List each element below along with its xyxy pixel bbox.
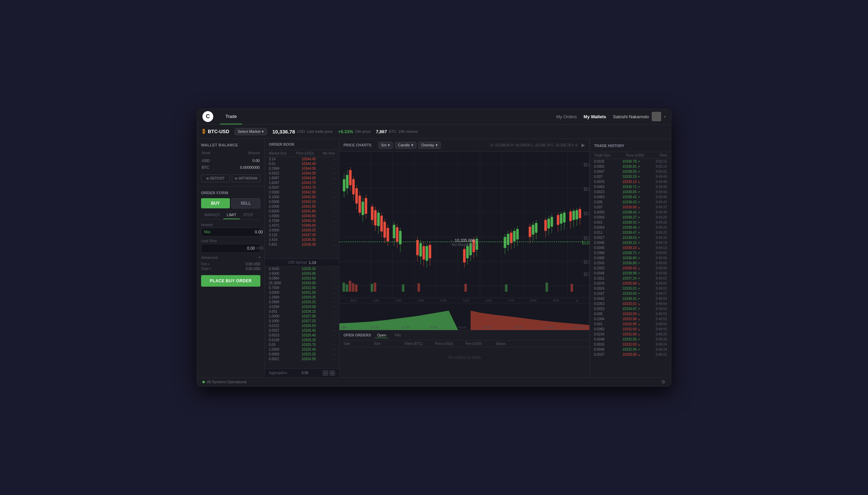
aggregation-buttons: − + (323, 370, 335, 376)
ask-row[interactable]: 2.41410336.55- (265, 238, 339, 242)
trade-row: 0.002710330.00 ↘9:48:22 (590, 352, 671, 357)
bid-row[interactable]: 25.300010333.00- (265, 281, 339, 286)
trade-time: 9:48:50 (652, 322, 667, 326)
nav-tab-trade[interactable]: Trade (220, 109, 242, 124)
trade-price: 10333.60 ↗ (619, 292, 644, 295)
settings-icon[interactable]: ⚙ (661, 379, 666, 385)
chart-forward-icon[interactable]: ▶ (582, 142, 585, 148)
bid-row[interactable]: 3.000010331.00- (265, 290, 339, 295)
trade-row: 0.005410338.46 ↗9:49:20 (590, 225, 671, 230)
bid-row[interactable]: 0.022210326.50- (265, 324, 339, 328)
price-info: 10,336.78 USD Last trade price (272, 129, 333, 135)
bid-row[interactable]: 1.000010325.45- (265, 347, 339, 352)
trade-size: 0.005 (594, 200, 611, 204)
bid-row[interactable]: 1.000010327.95- (265, 314, 339, 319)
fills-tab[interactable]: Fills (392, 332, 403, 338)
trade-time: 9:48:28 (652, 332, 667, 336)
ask-size: 0.1000 (269, 195, 289, 199)
trade-price: 10335.01 ↗ (619, 287, 644, 290)
nav-my-orders[interactable]: My Orders (556, 114, 577, 119)
overlay-select[interactable]: Overlay ▾ (418, 142, 441, 149)
ask-row[interactable]: 0.068810342.15- (265, 200, 339, 204)
total-label: Total ≈ (201, 267, 211, 271)
ask-row[interactable]: 0.299910344.35- (265, 166, 339, 171)
bid-row[interactable]: 3.026810329.00- (265, 305, 339, 309)
svg-rect-109 (352, 283, 354, 291)
bid-row[interactable]: 0.098410333.50- (265, 276, 339, 281)
trade-time: 9:50:02 (652, 170, 667, 173)
ask-my-size: - (328, 228, 335, 232)
ask-size: 0.01 (269, 162, 289, 166)
nav-my-wallets[interactable]: My Wallets (584, 114, 606, 119)
agg-minus-button[interactable]: − (323, 370, 328, 376)
open-orders-header: Open Orders Open Fills (339, 330, 590, 341)
ask-row[interactable]: 1.000010340.65- (265, 214, 339, 219)
ask-row[interactable]: 2.000010342.90- (265, 190, 339, 195)
trade-time: 9:48:22 (652, 353, 667, 356)
advanced-row[interactable]: Advanced ▾ (201, 255, 261, 259)
ask-row[interactable]: 0.100010342.65- (265, 195, 339, 200)
avatar (652, 112, 661, 121)
limit-price-input[interactable] (204, 246, 255, 251)
ask-row[interactable]: 2.000010341.95- (265, 204, 339, 209)
bid-row[interactable]: 0.002310326.40- (265, 333, 339, 338)
ask-row[interactable]: 0.004710343.75- (265, 185, 339, 190)
amount-input[interactable] (212, 230, 263, 235)
timeframe-select[interactable]: 5m ▾ (379, 142, 393, 149)
stop-tab[interactable]: STOP (240, 211, 257, 219)
bid-row[interactable]: 0.003710326.45- (265, 328, 339, 333)
ask-row[interactable]: 5.60110336.30- (265, 242, 339, 247)
ask-row[interactable]: 0.600010341.80- (265, 209, 339, 214)
ask-row[interactable]: 0.759910340.35- (265, 219, 339, 223)
ask-row[interactable]: 0.13210337.35- (265, 233, 339, 238)
ask-size: 1.4371 (269, 224, 289, 227)
bid-my-size: - (328, 338, 335, 342)
bid-row[interactable]: 2.500010334.95- (265, 271, 339, 276)
chart-type-select[interactable]: Candle ▾ (395, 142, 416, 149)
max-button[interactable]: Max (204, 230, 211, 234)
bid-row[interactable]: 0.759910332.90- (265, 286, 339, 290)
bid-size: 1.0000 (269, 347, 289, 351)
wallet-balance-section: Wallet Balance Asset Amount USD0.00BTC0.… (197, 139, 265, 187)
market-tab[interactable]: MARKET (201, 211, 223, 219)
bid-row[interactable]: 0.100010327.25- (265, 319, 339, 324)
bid-row[interactable]: 0.099910329.25- (265, 300, 339, 305)
ask-row[interactable]: 3.000010339.25- (265, 228, 339, 233)
bid-row[interactable]: 6.000010325.25- (265, 352, 339, 357)
bid-row[interactable]: 0.404510335.05- (265, 267, 339, 271)
bid-row[interactable]: 1.290410329.35- (265, 295, 339, 300)
agg-plus-button[interactable]: + (330, 370, 335, 376)
ask-row[interactable]: 1.437110340.00- (265, 223, 339, 228)
ask-row[interactable]: 1.004710343.75- (265, 181, 339, 185)
asset-amount: 0.00 (220, 157, 260, 164)
user-area[interactable]: Satoshi Nakamoto ▾ (613, 112, 666, 121)
ask-price: 10340.65 (299, 214, 319, 218)
ask-row[interactable]: 0.0110344.40- (265, 161, 339, 166)
bid-row[interactable]: 0.0510325.75- (265, 343, 339, 347)
ask-price: 10336.55 (299, 238, 319, 242)
sell-button[interactable]: SELL (231, 198, 261, 208)
bid-my-size: - (328, 324, 335, 328)
bid-row[interactable]: 0.00110328.15- (265, 309, 339, 314)
oo-col-label: Size (374, 342, 398, 346)
user-name: Satoshi Nakamoto (613, 114, 649, 119)
svg-rect-97 (563, 212, 566, 222)
withdraw-button[interactable]: ⊕ WITHDRAW (232, 174, 261, 182)
bid-row[interactable]: 0.002110324.50- (265, 357, 339, 361)
market-select[interactable]: Select Market ▾ (235, 128, 267, 135)
bid-row[interactable]: 0.616810326.30- (265, 338, 339, 343)
buy-button[interactable]: BUY (201, 198, 230, 208)
place-buy-order-button[interactable]: PLACE BUY ORDER (201, 275, 261, 287)
open-tab[interactable]: Open (375, 332, 388, 338)
svg-text:$10,300: $10,300 (584, 271, 589, 276)
col-price: Price (USD) (296, 151, 314, 155)
ask-row[interactable]: 1.808710344.00- (265, 176, 339, 181)
ask-row[interactable]: 0.592210344.30- (265, 171, 339, 176)
ask-row[interactable]: 3.1410344.45- (265, 157, 339, 161)
ask-price: 10336.30 (299, 243, 319, 246)
svg-rect-17 (343, 179, 345, 191)
limit-tab[interactable]: LIMIT (223, 211, 240, 219)
ask-my-size: - (328, 205, 335, 208)
bid-size: 0.7599 (269, 286, 289, 290)
deposit-button[interactable]: ⊕ DEPOSIT (201, 174, 230, 182)
